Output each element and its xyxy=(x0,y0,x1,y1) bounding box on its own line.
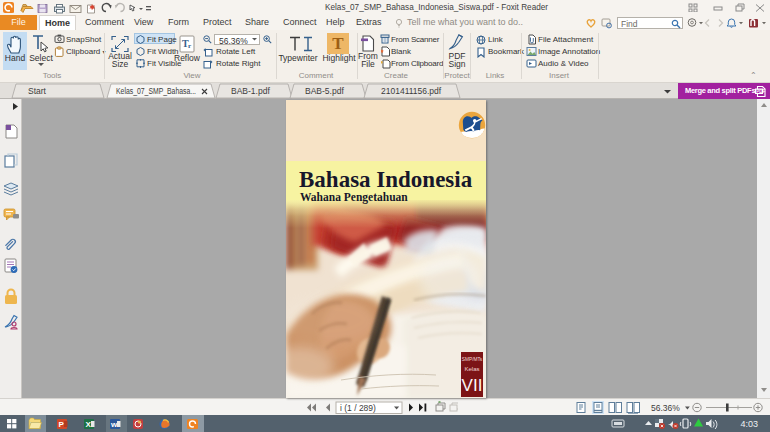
svg-text:BAB-1.pdf: BAB-1.pdf xyxy=(231,86,270,96)
svg-text:Kelas_07_SMP_Bahasa...: Kelas_07_SMP_Bahasa... xyxy=(116,86,196,96)
svg-text:Kelas: Kelas xyxy=(464,366,479,372)
svg-text:VII: VII xyxy=(462,376,483,395)
svg-text:i (1 / 289): i (1 / 289) xyxy=(340,403,376,413)
svg-text:2101411156.pdf: 2101411156.pdf xyxy=(381,86,442,96)
svg-text:PDF: PDF xyxy=(756,89,765,94)
svg-text:Start: Start xyxy=(28,86,47,96)
svg-text:X: X xyxy=(86,420,92,429)
svg-text:Wahana Pengetahuan: Wahana Pengetahuan xyxy=(300,191,408,204)
svg-text:BAB-5.pdf: BAB-5.pdf xyxy=(305,86,344,96)
svg-text:SMP/MTs: SMP/MTs xyxy=(462,357,483,362)
svg-text:w: w xyxy=(110,420,118,429)
svg-text:P: P xyxy=(59,420,65,429)
svg-text:56.36%: 56.36% xyxy=(651,403,680,413)
svg-text:r: r xyxy=(188,42,191,50)
svg-text:Bahasa Indonesia: Bahasa Indonesia xyxy=(299,167,473,192)
